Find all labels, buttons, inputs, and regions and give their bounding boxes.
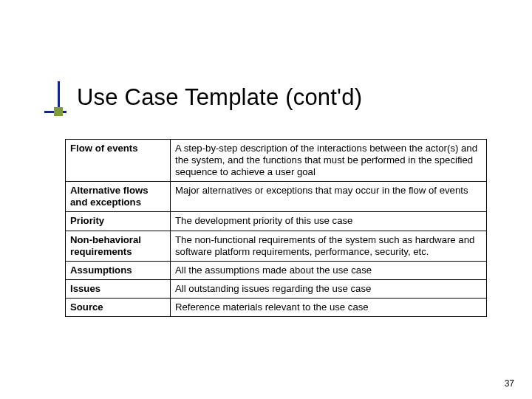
slide: Use Case Template (cont'd) Flow of event… bbox=[0, 0, 532, 399]
row-label: Assumptions bbox=[66, 261, 171, 279]
table-row: Source Reference materials relevant to t… bbox=[66, 298, 487, 316]
row-desc: All outstanding issues regarding the use… bbox=[171, 279, 487, 298]
row-label: Issues bbox=[66, 279, 171, 298]
row-label: Non-behavioral requirements bbox=[66, 231, 171, 261]
row-label: Source bbox=[66, 298, 171, 316]
use-case-table: Flow of events A step-by-step descriptio… bbox=[65, 139, 487, 317]
accent-icon bbox=[44, 81, 66, 115]
table-row: Flow of events A step-by-step descriptio… bbox=[66, 140, 487, 182]
table-row: Issues All outstanding issues regarding … bbox=[66, 279, 487, 298]
row-desc: The non-functional requirements of the s… bbox=[171, 231, 487, 261]
table-row: Non-behavioral requirements The non-func… bbox=[66, 231, 487, 261]
table-row: Alternative flows and exceptions Major a… bbox=[66, 182, 487, 212]
row-desc: All the assumptions made about the use c… bbox=[171, 261, 487, 279]
table-row: Priority The development priority of thi… bbox=[66, 212, 487, 231]
table-row: Assumptions All the assumptions made abo… bbox=[66, 261, 487, 279]
row-label: Alternative flows and exceptions bbox=[66, 182, 171, 212]
row-label: Flow of events bbox=[66, 140, 171, 182]
row-desc: Major alternatives or exceptions that ma… bbox=[171, 182, 487, 212]
slide-title: Use Case Template (cont'd) bbox=[77, 84, 362, 111]
row-desc: A step-by-step description of the intera… bbox=[171, 140, 487, 182]
row-desc: The development priority of this use cas… bbox=[171, 212, 487, 231]
row-label: Priority bbox=[66, 212, 171, 231]
page-number: 37 bbox=[505, 378, 514, 389]
row-desc: Reference materials relevant to the use … bbox=[171, 298, 487, 316]
